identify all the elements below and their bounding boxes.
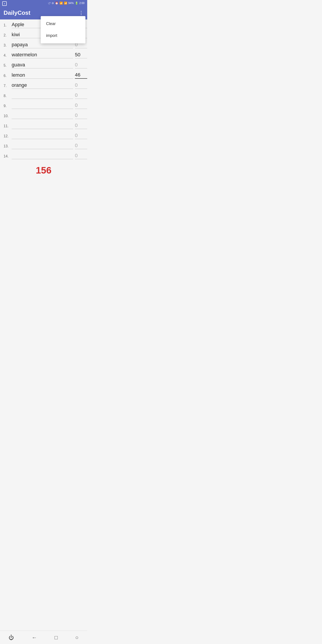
dropdown-item-import[interactable]: import [41, 30, 86, 42]
dropdown-menu: Clear import [41, 16, 86, 44]
dropdown-item-clear[interactable]: Clear [41, 18, 86, 30]
